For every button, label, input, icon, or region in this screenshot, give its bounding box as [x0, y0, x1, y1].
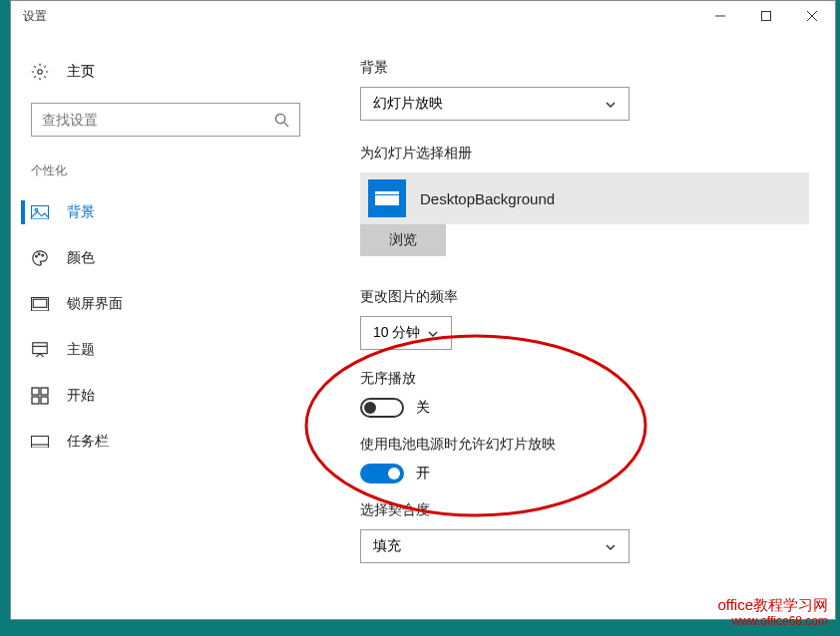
- section-label: 个性化: [11, 155, 320, 189]
- sidebar: 主页 个性化 背景 颜色: [11, 31, 320, 619]
- svg-rect-7: [31, 205, 48, 218]
- battery-label: 使用电池电源时允许幻灯片放映: [360, 436, 795, 454]
- maximize-icon: [761, 11, 771, 21]
- minimize-icon: [715, 11, 725, 21]
- sidebar-item-taskbar[interactable]: 任务栏: [11, 419, 320, 465]
- svg-point-11: [42, 254, 44, 256]
- svg-line-6: [284, 122, 288, 126]
- sidebar-item-themes[interactable]: 主题: [11, 327, 320, 373]
- shuffle-label: 无序播放: [360, 370, 795, 388]
- theme-icon: [31, 341, 49, 359]
- album-label: 为幻灯片选择相册: [360, 145, 795, 162]
- close-icon: [807, 11, 817, 21]
- svg-rect-13: [33, 299, 46, 307]
- nav-label: 背景: [67, 203, 95, 221]
- sidebar-item-start[interactable]: 开始: [11, 373, 320, 419]
- fit-dropdown[interactable]: 填充: [360, 529, 630, 563]
- chevron-down-icon: [605, 98, 617, 110]
- watermark: office教程学习网 www.office68.com: [717, 595, 828, 630]
- svg-point-4: [38, 70, 43, 75]
- svg-point-5: [275, 114, 284, 123]
- browse-button[interactable]: 浏览: [360, 224, 446, 256]
- frequency-dropdown[interactable]: 10 分钟: [360, 316, 452, 350]
- sidebar-item-lockscreen[interactable]: 锁屏界面: [11, 281, 320, 327]
- chevron-down-icon: [427, 327, 439, 339]
- album-row[interactable]: DesktopBackground: [360, 172, 809, 224]
- content-area: 背景 幻灯片放映 为幻灯片选择相册 DesktopBackground 浏览 更…: [320, 31, 835, 619]
- shuffle-toggle-row: 关: [360, 398, 795, 418]
- album-name: DesktopBackground: [420, 190, 555, 207]
- nav-label: 锁屏界面: [67, 295, 123, 313]
- search-icon: [274, 113, 289, 128]
- picture-icon: [31, 203, 49, 221]
- sidebar-item-background[interactable]: 背景: [11, 189, 320, 235]
- svg-rect-16: [32, 388, 39, 395]
- shuffle-toggle[interactable]: [360, 398, 404, 418]
- window-title: 设置: [23, 8, 697, 25]
- start-icon: [31, 387, 49, 405]
- battery-toggle[interactable]: [360, 464, 404, 483]
- background-label: 背景: [360, 59, 795, 77]
- shuffle-state: 关: [416, 399, 430, 417]
- folder-tile-icon: [368, 179, 406, 217]
- svg-rect-23: [375, 191, 399, 194]
- palette-icon: [31, 249, 49, 267]
- svg-rect-1: [762, 12, 771, 21]
- background-dropdown[interactable]: 幻灯片放映: [360, 87, 630, 121]
- gear-icon: [31, 63, 49, 81]
- home-label: 主页: [67, 63, 95, 81]
- svg-point-9: [36, 255, 38, 257]
- svg-rect-22: [375, 195, 399, 205]
- svg-point-10: [38, 253, 40, 255]
- svg-rect-20: [31, 436, 48, 448]
- maximize-button[interactable]: [743, 1, 789, 31]
- search-input[interactable]: [42, 112, 274, 128]
- nav-label: 颜色: [67, 249, 95, 267]
- lockscreen-icon: [31, 295, 49, 313]
- svg-point-8: [35, 208, 38, 211]
- home-button[interactable]: 主页: [11, 55, 320, 89]
- search-box[interactable]: [31, 103, 300, 137]
- watermark-line2: www.office68.com: [717, 614, 828, 630]
- dropdown-value: 10 分钟: [373, 324, 420, 342]
- svg-rect-18: [32, 397, 39, 404]
- svg-rect-14: [33, 343, 47, 354]
- battery-toggle-row: 开: [360, 464, 795, 483]
- sidebar-item-colors[interactable]: 颜色: [11, 235, 320, 281]
- watermark-line1: office教程学习网: [717, 595, 828, 615]
- fit-label: 选择契合度: [360, 501, 795, 519]
- nav-label: 开始: [67, 387, 95, 405]
- battery-state: 开: [416, 465, 430, 482]
- nav-label: 主题: [67, 341, 95, 359]
- svg-rect-19: [41, 397, 48, 404]
- titlebar: 设置: [11, 1, 835, 31]
- chevron-down-icon: [605, 540, 617, 552]
- close-button[interactable]: [789, 1, 835, 31]
- frequency-label: 更改图片的频率: [360, 288, 795, 306]
- dropdown-value: 填充: [373, 537, 401, 555]
- settings-window: 设置 主页: [10, 0, 836, 620]
- window-body: 主页 个性化 背景 颜色: [11, 31, 835, 619]
- minimize-button[interactable]: [697, 1, 743, 31]
- svg-rect-17: [41, 388, 48, 395]
- nav-label: 任务栏: [67, 433, 109, 451]
- dropdown-value: 幻灯片放映: [373, 95, 443, 113]
- taskbar-icon: [31, 433, 49, 451]
